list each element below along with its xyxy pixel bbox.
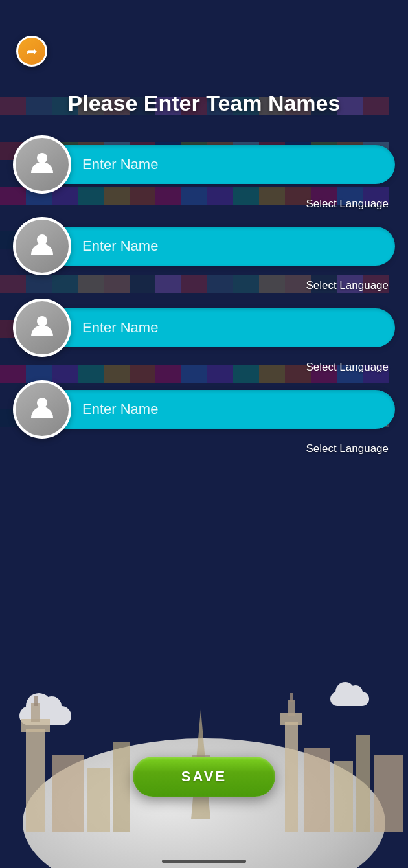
svg-rect-3: [34, 696, 38, 706]
team-input-row-1: [13, 135, 395, 194]
teams-container: Select Language Select Language: [0, 135, 408, 455]
user-icon-1: [30, 150, 54, 180]
svg-point-20: [37, 316, 47, 326]
svg-point-19: [37, 234, 47, 245]
avatar-4[interactable]: [13, 380, 71, 439]
svg-rect-10: [290, 693, 293, 702]
user-icon-4: [30, 394, 54, 425]
team-input-row-3: [13, 299, 395, 357]
team-row-4: Select Language: [13, 380, 395, 455]
team-name-input-2[interactable]: [47, 227, 395, 266]
select-language-2[interactable]: Select Language: [13, 279, 395, 292]
team-name-input-1[interactable]: [47, 145, 395, 184]
back-arrow-icon: ➦: [27, 45, 38, 58]
page-title: Please Enter Team Names: [0, 0, 408, 135]
team-name-input-3[interactable]: [47, 308, 395, 347]
svg-point-18: [37, 153, 47, 163]
save-button[interactable]: SAVE: [133, 757, 275, 797]
home-indicator: [162, 860, 246, 863]
user-icon-2: [30, 231, 54, 262]
select-language-4[interactable]: Select Language: [13, 442, 395, 455]
select-language-3[interactable]: Select Language: [13, 361, 395, 374]
team-row-2: Select Language: [13, 217, 395, 292]
avatar-1[interactable]: [13, 135, 71, 194]
team-row-3: Select Language: [13, 299, 395, 374]
team-input-row-4: [13, 380, 395, 439]
team-name-input-4[interactable]: [47, 390, 395, 429]
back-button[interactable]: ➦: [16, 36, 47, 67]
user-icon-3: [30, 313, 54, 343]
avatar-3[interactable]: [13, 299, 71, 357]
team-input-row-2: [13, 217, 395, 275]
svg-point-21: [37, 398, 47, 408]
select-language-1[interactable]: Select Language: [13, 198, 395, 211]
save-button-container: SAVE: [0, 757, 408, 797]
avatar-2[interactable]: [13, 217, 71, 275]
team-row-1: Select Language: [13, 135, 395, 211]
